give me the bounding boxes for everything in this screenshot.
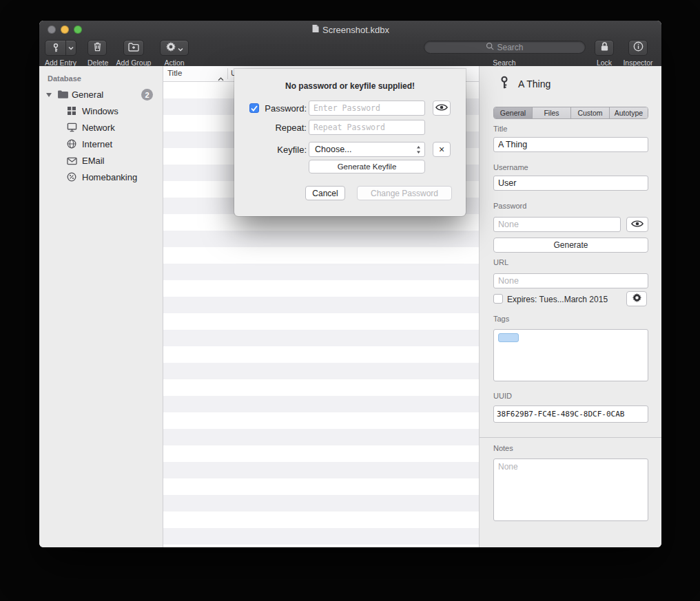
- window-title-group: Screenshot.kdbx: [311, 24, 389, 35]
- sidebar-item-homebanking[interactable]: Homebanking: [39, 169, 163, 186]
- sidebar-header: Database: [48, 74, 81, 83]
- expires-options-button[interactable]: [626, 291, 647, 306]
- cancel-button[interactable]: Cancel: [305, 186, 345, 200]
- toolbar: Add Entry Delete Add Group: [39, 39, 661, 67]
- sidebar-item-windows[interactable]: Windows: [39, 103, 163, 120]
- stepper-icon: [416, 145, 421, 156]
- monitor-icon: [67, 123, 77, 135]
- inspector-button[interactable]: [628, 40, 648, 56]
- info-icon: [633, 41, 644, 54]
- divider: [480, 437, 661, 438]
- close-x-icon: ×: [439, 144, 444, 155]
- sidebar-item-network[interactable]: Network: [39, 120, 163, 136]
- reveal-password-button[interactable]: [433, 101, 451, 116]
- notes-field[interactable]: [493, 458, 648, 521]
- key-icon: [497, 74, 511, 94]
- keyfile-popup[interactable]: Choose...: [309, 142, 425, 157]
- add-group-button[interactable]: [123, 40, 144, 56]
- repeat-password-input[interactable]: [309, 120, 425, 135]
- url-field[interactable]: [493, 273, 648, 288]
- change-password-dialog: No password or keyfile supplied! Passwor…: [234, 69, 466, 216]
- app-window: Screenshot.kdbx Add Entry Delete: [39, 21, 661, 547]
- generate-password-button[interactable]: Generate: [493, 238, 648, 253]
- tags-label: Tags: [493, 315, 509, 323]
- reveal-password-button[interactable]: [626, 217, 648, 232]
- chevron-down-icon[interactable]: [65, 41, 76, 55]
- sidebar-item-label: Internet: [82, 139, 112, 149]
- username-field[interactable]: [493, 176, 648, 191]
- gear-icon: [632, 293, 641, 305]
- keyfile-popup-value: Choose...: [315, 145, 352, 154]
- checkmark-icon: [251, 102, 258, 114]
- uuid-label: UUID: [493, 392, 512, 400]
- zoom-button[interactable]: [74, 25, 82, 34]
- column-divider[interactable]: [227, 68, 228, 79]
- sidebar-item-internet[interactable]: Internet: [39, 136, 163, 153]
- document-icon: [311, 24, 319, 35]
- search-icon: [486, 42, 494, 52]
- folder-plus-icon: [128, 42, 139, 54]
- titlebar[interactable]: Screenshot.kdbx: [39, 21, 661, 39]
- delete-button[interactable]: [88, 40, 107, 56]
- password-label: Password:: [258, 103, 307, 114]
- tab-general[interactable]: General: [494, 107, 533, 118]
- gear-icon: [166, 42, 176, 54]
- chevron-down-icon: [178, 42, 183, 54]
- sidebar-item-general[interactable]: General 2: [39, 87, 163, 103]
- inspector-tabs: General Files Custom Autotype: [493, 107, 648, 119]
- search-placeholder: Search: [497, 43, 523, 52]
- change-password-button[interactable]: Change Password: [357, 186, 452, 200]
- window-title: Screenshot.kdbx: [322, 25, 389, 35]
- title-field[interactable]: [493, 137, 648, 152]
- folder-icon: [57, 89, 69, 102]
- key-icon: [45, 41, 65, 55]
- tab-autotype[interactable]: Autotype: [610, 107, 648, 118]
- dialog-message: No password or keyfile supplied!: [234, 81, 466, 91]
- password-field[interactable]: [493, 217, 621, 232]
- tag-chip[interactable]: [498, 333, 519, 342]
- password-label: Password: [493, 202, 526, 210]
- sidebar-item-label: Windows: [82, 106, 119, 116]
- sidebar-item-label: EMail: [82, 156, 105, 166]
- eye-icon: [435, 102, 448, 114]
- column-header-title[interactable]: Title: [167, 69, 182, 77]
- tab-files[interactable]: Files: [533, 107, 571, 118]
- username-label: Username: [493, 163, 528, 171]
- sidebar: Database General 2 Windows: [39, 66, 163, 547]
- notes-label: Notes: [493, 444, 513, 452]
- inspector-panel: A Thing General Files Custom Autotype Ti…: [479, 66, 661, 547]
- sidebar-item-label: Homebanking: [82, 172, 137, 182]
- percent-coin-icon: [67, 172, 76, 184]
- minimize-button[interactable]: [61, 25, 69, 34]
- search-input[interactable]: Search: [424, 41, 586, 54]
- repeat-label: Repeat:: [258, 123, 307, 133]
- eye-icon: [631, 218, 644, 231]
- clear-keyfile-button[interactable]: ×: [433, 142, 451, 157]
- sidebar-item-label: General: [72, 89, 103, 100]
- tab-custom[interactable]: Custom: [571, 107, 610, 118]
- title-label: Title: [493, 125, 507, 133]
- expires-label: Expires: Tues...March 2015: [507, 295, 608, 304]
- lock-icon: [600, 41, 609, 54]
- url-label: URL: [493, 258, 508, 266]
- entry-header: A Thing: [497, 74, 550, 94]
- expires-checkbox[interactable]: [493, 294, 503, 304]
- sidebar-item-email[interactable]: EMail: [39, 153, 163, 169]
- entry-title: A Thing: [518, 78, 550, 89]
- close-button[interactable]: [48, 25, 56, 34]
- uuid-field[interactable]: [493, 405, 648, 423]
- action-button[interactable]: [160, 40, 189, 56]
- sidebar-item-label: Network: [82, 123, 115, 133]
- globe-icon: [67, 139, 76, 151]
- windows-icon: [67, 106, 76, 118]
- tags-field[interactable]: [493, 329, 648, 381]
- password-input[interactable]: [309, 101, 425, 116]
- add-entry-button[interactable]: [45, 40, 76, 56]
- keyfile-label: Keyfile:: [258, 145, 307, 155]
- generate-keyfile-button[interactable]: Generate Keyfile: [309, 160, 425, 173]
- envelope-icon: [67, 156, 77, 168]
- disclosure-triangle-icon[interactable]: [46, 93, 52, 97]
- trash-icon: [93, 41, 102, 54]
- lock-button[interactable]: [595, 40, 614, 56]
- entry-count-badge: 2: [141, 89, 153, 101]
